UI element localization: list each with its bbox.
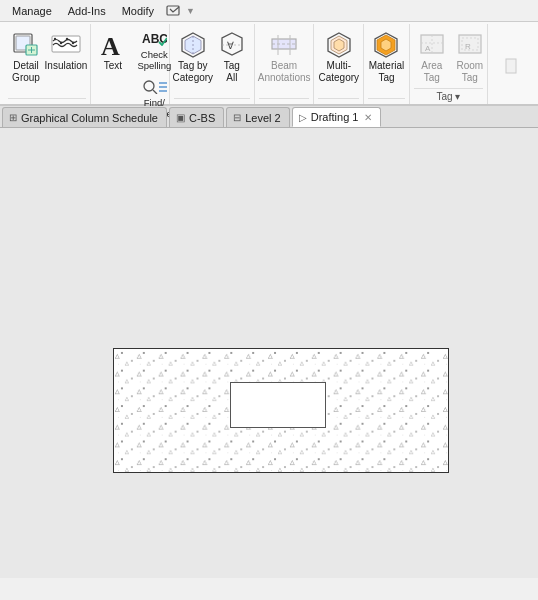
tab-c-bs[interactable]: ▣ C-BS <box>169 107 224 127</box>
tab-graphical-column[interactable]: ⊞ Graphical Column Schedule <box>2 107 167 127</box>
svg-line-14 <box>153 90 157 94</box>
ribbon-group-area-room: A AreaTag R RoomTag <box>410 24 488 104</box>
svg-rect-41 <box>506 59 516 73</box>
svg-text:A: A <box>101 32 120 59</box>
svg-point-9 <box>66 38 68 40</box>
beam-annotations-icon <box>268 31 300 59</box>
quick-access-icon <box>166 4 184 18</box>
ribbon-group-tag: Tag byCategory ∀ TagAll <box>170 24 255 104</box>
ribbon-group-beam: BeamAnnotations <box>255 24 315 104</box>
ribbon: DetailGroup <box>0 22 538 106</box>
tab-graphical-column-label: Graphical Column Schedule <box>21 112 158 124</box>
svg-marker-33 <box>381 39 391 51</box>
find-replace-icon <box>141 78 167 97</box>
ribbon-overflow <box>488 24 534 104</box>
insulation-outer-rect: △ △ · <box>113 348 449 473</box>
detail-group-label: DetailGroup <box>12 60 40 84</box>
tab-level-2-icon: ⊟ <box>233 112 241 123</box>
menu-modify[interactable]: Modify <box>114 3 162 19</box>
quick-access-arrow[interactable]: ▼ <box>186 6 195 16</box>
menu-manage[interactable]: Manage <box>4 3 60 19</box>
ribbon-group-tag-label <box>174 98 250 104</box>
document-tabs: ⊞ Graphical Column Schedule ▣ C-BS ⊟ Lev… <box>0 106 538 128</box>
svg-rect-0 <box>167 6 179 15</box>
room-tag-label: RoomTag <box>456 60 483 84</box>
tag-by-category-label: Tag byCategory <box>173 60 214 84</box>
insulation-label: Insulation <box>45 60 88 72</box>
detail-group-icon <box>10 31 42 59</box>
ribbon-group-component: DetailGroup <box>4 24 91 104</box>
beam-annotations-label: BeamAnnotations <box>258 60 311 84</box>
svg-point-7 <box>54 38 56 40</box>
beam-annotations-button[interactable]: BeamAnnotations <box>259 28 310 86</box>
room-tag-icon: R <box>454 31 486 59</box>
tab-c-bs-label: C-BS <box>189 112 215 124</box>
ribbon-group-material: MaterialTag <box>364 24 410 104</box>
multi-category-button[interactable]: Multi-Category <box>318 28 359 86</box>
menu-addins[interactable]: Add-Ins <box>60 3 114 19</box>
tag-by-category-icon <box>177 31 209 59</box>
svg-text:R: R <box>465 42 471 51</box>
tag-all-label: TagAll <box>224 60 240 84</box>
area-tag-label: AreaTag <box>421 60 442 84</box>
detail-group-button[interactable]: DetailGroup <box>8 28 44 86</box>
area-tag-icon: A <box>416 31 448 59</box>
tab-c-bs-icon: ▣ <box>176 112 185 123</box>
svg-point-8 <box>60 42 62 44</box>
tab-level-2-label: Level 2 <box>245 112 280 124</box>
ribbon-group-text: A Text ABC CheckSpelling <box>91 24 170 104</box>
ribbon-content: DetailGroup <box>0 22 538 104</box>
tag-dropdown-arrow: ▾ <box>455 91 460 102</box>
ribbon-group-multi-label <box>318 98 359 104</box>
tab-drafting-1-label: Drafting 1 <box>311 111 359 123</box>
material-tag-icon <box>370 31 402 59</box>
svg-marker-30 <box>334 39 344 51</box>
material-tag-label: MaterialTag <box>369 60 405 84</box>
svg-point-13 <box>144 81 154 91</box>
tab-level-2[interactable]: ⊟ Level 2 <box>226 107 289 127</box>
svg-text:∀: ∀ <box>227 40 234 51</box>
ribbon-group-component-label <box>8 98 86 104</box>
tag-all-icon: ∀ <box>216 31 248 59</box>
ribbon-group-material-label <box>368 98 405 104</box>
ribbon-group-area-room-items: A AreaTag R RoomTag <box>414 28 483 86</box>
ribbon-group-multi: Multi-Category <box>314 24 364 104</box>
ribbon-group-beam-items: BeamAnnotations <box>259 28 310 96</box>
insulation-icon <box>50 31 82 59</box>
ribbon-group-multi-items: Multi-Category <box>318 28 359 96</box>
insulation-button[interactable]: Insulation <box>46 28 86 74</box>
ribbon-group-tag-items: Tag byCategory ∀ TagAll <box>174 28 250 96</box>
insulation-drawing: △ △ · <box>113 348 449 473</box>
menu-bar: Manage Add-Ins Modify ▼ <box>0 0 538 22</box>
material-tag-button[interactable]: MaterialTag <box>368 28 405 86</box>
multi-category-label: Multi-Category <box>318 60 359 84</box>
multi-category-icon <box>323 31 355 59</box>
check-spelling-label: CheckSpelling <box>137 49 171 72</box>
tab-drafting-1-icon: ▷ <box>299 112 307 123</box>
check-spelling-icon: ABC <box>141 30 167 49</box>
ribbon-group-component-items: DetailGroup <box>8 28 86 96</box>
tag-all-button[interactable]: ∀ TagAll <box>214 28 250 86</box>
tab-drafting-1[interactable]: ▷ Drafting 1 ✕ <box>292 107 382 127</box>
tab-drafting-1-close[interactable]: ✕ <box>364 112 372 123</box>
ribbon-group-tag-dropdown-label[interactable]: Tag ▾ <box>414 88 483 105</box>
area-tag-button[interactable]: A AreaTag <box>414 28 450 86</box>
tag-by-category-button[interactable]: Tag byCategory <box>174 28 212 86</box>
text-icon: A <box>97 31 129 59</box>
insulation-inner-rect <box>230 382 326 428</box>
text-label: Text <box>104 60 122 72</box>
tab-graphical-column-icon: ⊞ <box>9 112 17 123</box>
svg-point-10 <box>72 42 74 44</box>
svg-text:A: A <box>425 44 431 53</box>
ribbon-group-beam-label <box>259 98 310 104</box>
text-button[interactable]: A Text <box>95 28 131 74</box>
room-tag-button[interactable]: R RoomTag <box>452 28 488 86</box>
canvas-area: △ △ · <box>0 128 538 578</box>
ribbon-group-material-items: MaterialTag <box>368 28 405 96</box>
overflow-btn <box>490 50 532 83</box>
